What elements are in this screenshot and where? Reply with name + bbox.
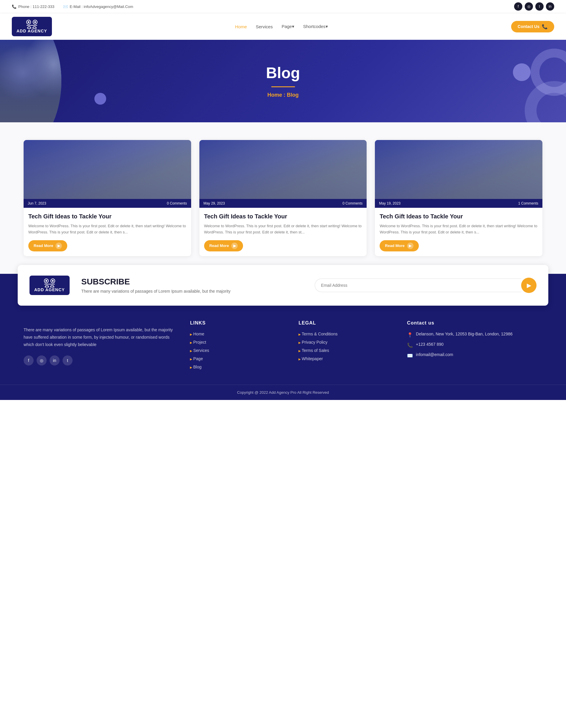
card-comments-3: 1 Comments xyxy=(518,201,538,205)
footer-bottom: Copyright @ 2022 Add Agency Pro All Righ… xyxy=(0,385,566,400)
card-image-2 xyxy=(199,140,367,199)
breadcrumb-home[interactable]: Home xyxy=(267,92,282,98)
read-more-label-1: Read More xyxy=(34,243,53,248)
footer-legal-col: LEGAL Terms & Conditions Privacy Policy … xyxy=(299,320,395,373)
phone-info: 📞 Phone : 111-222-333 xyxy=(12,4,54,9)
footer-phone-text: +123 4567 890 xyxy=(416,342,444,347)
nav-shortcodes[interactable]: Shortcodes▾ xyxy=(303,24,328,29)
blog-grid: Jun 7, 2023 0 Comments Tech Gift Ideas t… xyxy=(24,140,542,256)
card-date-3: May 19, 2023 xyxy=(379,201,401,205)
instagram-icon[interactable]: ◎ xyxy=(525,2,533,11)
copyright-text: Copyright @ 2022 Add Agency Pro All Righ… xyxy=(237,390,329,395)
email-icon: ✉️ xyxy=(407,353,413,358)
footer-legal-whitepaper[interactable]: Whitepaper xyxy=(299,356,395,361)
subscribe-button[interactable]: ▶ xyxy=(521,278,537,293)
footer-legal-terms-sales[interactable]: Terms of Sales xyxy=(299,348,395,353)
read-more-arrow-2: ▶ xyxy=(231,243,238,249)
footer-contact-info: 📍 Delanson, New York, 12053 Big-Ban, Lon… xyxy=(407,332,542,358)
card-image-1 xyxy=(24,140,191,199)
read-more-button-3[interactable]: Read More ▶ xyxy=(380,240,419,251)
card-comments-1: 0 Comments xyxy=(167,201,187,205)
card-image-3 xyxy=(375,140,542,199)
read-more-arrow-1: ▶ xyxy=(55,243,62,249)
read-more-button-1[interactable]: Read More ▶ xyxy=(28,240,67,251)
read-more-button-2[interactable]: Read More ▶ xyxy=(204,240,243,251)
card-body-1: Tech Gift Ideas to Tackle Your Welcome t… xyxy=(24,208,191,256)
footer: ADD AGENCY SUBSCRIBE There are many vari… xyxy=(0,274,566,400)
footer-link-page[interactable]: Page xyxy=(190,356,287,361)
contact-info-bar: 📞 Phone : 111-222-333 ✉️ E-Mail : infoAd… xyxy=(12,4,133,9)
footer-email-text: infomail@email.com xyxy=(416,352,453,357)
nav-home[interactable]: Home xyxy=(235,24,247,29)
hero-circle-small-midleft xyxy=(94,93,106,105)
blog-card-3: May 19, 2023 1 Comments Tech Gift Ideas … xyxy=(375,140,542,256)
email-label: E-Mail : infoAdvegagency@Mail.Com xyxy=(70,4,133,9)
footer-linkedin-icon[interactable]: in xyxy=(50,355,60,365)
subscribe-form: ▶ xyxy=(315,278,537,293)
footer-legal-list: Terms & Conditions Privacy Policy Terms … xyxy=(299,332,395,361)
footer-address: 📍 Delanson, New York, 12053 Big-Ban, Lon… xyxy=(407,332,542,338)
hero-content: Blog Home : Blog xyxy=(260,46,306,116)
subscribe-logo-owl xyxy=(44,279,55,287)
footer-twitter-icon[interactable]: t xyxy=(62,355,73,365)
nav-links: Home Services Page▾ Shortcodes▾ xyxy=(235,24,328,29)
facebook-icon[interactable]: f xyxy=(514,2,522,11)
footer-instagram-icon[interactable]: ◎ xyxy=(37,355,47,365)
blog-card-2: May 29, 2023 0 Comments Tech Gift Ideas … xyxy=(199,140,367,256)
card-body-2: Tech Gift Ideas to Tackle Your Welcome t… xyxy=(199,208,367,256)
logo: ADD AGENCY xyxy=(12,17,52,36)
card-title-2: Tech Gift Ideas to Tackle Your xyxy=(204,213,362,220)
top-social-icons: f ◎ t in xyxy=(514,2,554,11)
hero-underline xyxy=(271,86,295,87)
subscribe-title: SUBSCRIBE xyxy=(81,277,303,286)
footer-link-blog[interactable]: Blog xyxy=(190,365,287,369)
email-info: ✉️ E-Mail : infoAdvegagency@Mail.Com xyxy=(63,4,133,9)
email-input[interactable] xyxy=(315,279,521,292)
card-excerpt-2: Welcome to WordPress. This is your first… xyxy=(204,223,362,235)
footer-contact-col: Contact us 📍 Delanson, New York, 12053 B… xyxy=(407,320,542,373)
footer-legal-title: LEGAL xyxy=(299,320,395,326)
contact-button[interactable]: Contact Us 📞 xyxy=(511,21,554,32)
footer-legal-terms-conditions[interactable]: Terms & Conditions xyxy=(299,332,395,336)
linkedin-icon[interactable]: in xyxy=(546,2,554,11)
breadcrumb-separator: : xyxy=(282,92,287,98)
twitter-icon[interactable]: t xyxy=(535,2,544,11)
breadcrumb-current: Blog xyxy=(287,92,299,98)
card-title-1: Tech Gift Ideas to Tackle Your xyxy=(28,213,186,220)
nav-page[interactable]: Page▾ xyxy=(282,24,295,29)
footer-legal-privacy[interactable]: Privacy Policy xyxy=(299,340,395,345)
footer-link-project[interactable]: Project xyxy=(190,340,287,345)
read-more-arrow-3: ▶ xyxy=(407,243,414,249)
hero-section: Blog Home : Blog xyxy=(0,40,566,122)
footer-social: f ◎ in t xyxy=(24,355,178,365)
footer-contact-title: Contact us xyxy=(407,320,542,326)
subscribe-bar: ADD AGENCY SUBSCRIBE There are many vari… xyxy=(18,265,548,306)
subscribe-description: There are many variations of passages of… xyxy=(81,289,303,294)
phone-icon: 📞 xyxy=(407,342,413,348)
footer-about: There are many variations of passages of… xyxy=(24,320,178,373)
subscribe-content: SUBSCRIBE There are many variations of p… xyxy=(81,277,303,294)
footer-links-col: LINKS Home Project Services Page Blog xyxy=(190,320,287,373)
footer-link-services[interactable]: Services xyxy=(190,348,287,353)
navbar: ADD AGENCY Home Services Page▾ Shortcode… xyxy=(0,13,566,40)
hero-people-image xyxy=(0,40,77,122)
blog-section: Jun 7, 2023 0 Comments Tech Gift Ideas t… xyxy=(0,122,566,274)
footer-address-text: Delanson, New York, 12053 Big-Ban, Londo… xyxy=(416,332,513,336)
phone-icon: 📞 xyxy=(12,4,17,9)
subscribe-logo: ADD AGENCY xyxy=(29,276,70,295)
footer-main: There are many variations of passages of… xyxy=(0,314,566,385)
logo-owl-icon xyxy=(26,20,37,29)
footer-link-home[interactable]: Home xyxy=(190,332,287,336)
nav-services[interactable]: Services xyxy=(256,24,273,29)
phone-label: Phone : 111-222-333 xyxy=(18,4,54,9)
breadcrumb: Home : Blog xyxy=(266,92,300,98)
card-comments-2: 0 Comments xyxy=(343,201,363,205)
card-excerpt-1: Welcome to WordPress. This is your first… xyxy=(28,223,186,235)
blog-card-1: Jun 7, 2023 0 Comments Tech Gift Ideas t… xyxy=(24,140,191,256)
card-meta-1: Jun 7, 2023 0 Comments xyxy=(24,199,191,208)
footer-facebook-icon[interactable]: f xyxy=(24,355,34,365)
email-icon: ✉️ xyxy=(63,4,68,9)
top-bar: 📞 Phone : 111-222-333 ✉️ E-Mail : infoAd… xyxy=(0,0,566,13)
address-icon: 📍 xyxy=(407,332,413,338)
card-body-3: Tech Gift Ideas to Tackle Your Welcome t… xyxy=(375,208,542,256)
